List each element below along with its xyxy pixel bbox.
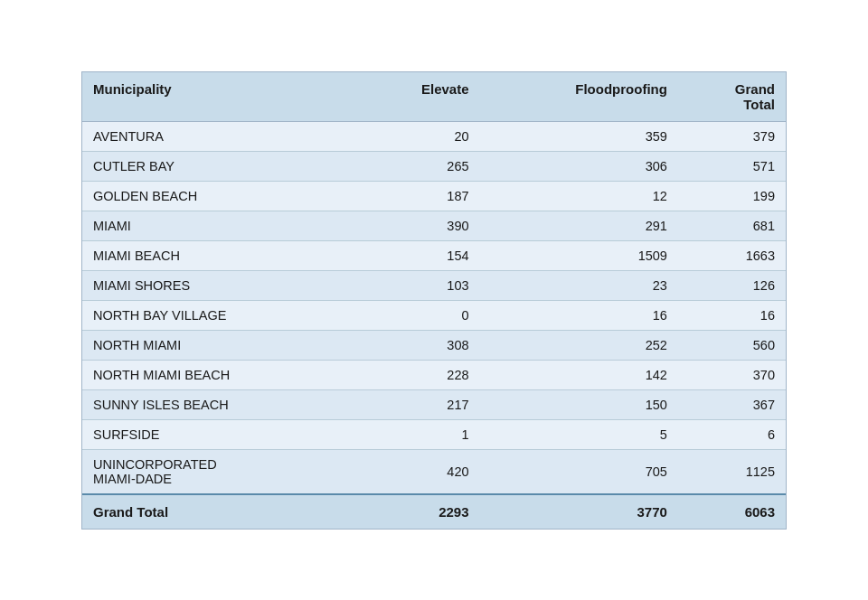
cell-grand-total: 16: [678, 300, 786, 330]
cell-floodproofing: 16: [480, 300, 678, 330]
municipality-table: Municipality Elevate Floodproofing Grand…: [82, 72, 786, 529]
cell-elevate: 0: [359, 300, 480, 330]
header-elevate: Elevate: [359, 72, 480, 122]
cell-municipality: SUNNY ISLES BEACH: [82, 389, 359, 419]
table-row: CUTLER BAY265306571: [82, 151, 786, 181]
cell-municipality: MIAMI: [82, 211, 359, 240]
footer-elevate: 2293: [359, 494, 480, 529]
cell-municipality: NORTH MIAMI BEACH: [82, 360, 359, 389]
footer-floodproofing: 3770: [480, 494, 678, 529]
cell-municipality: CUTLER BAY: [82, 151, 359, 181]
header-grand-total: Grand Total: [678, 72, 786, 122]
cell-elevate: 217: [359, 389, 480, 419]
cell-grand-total: 571: [678, 151, 786, 181]
cell-floodproofing: 142: [480, 360, 678, 389]
cell-grand-total: 560: [678, 330, 786, 360]
cell-elevate: 154: [359, 240, 480, 270]
table-row: UNINCORPORATED MIAMI-DADE4207051125: [82, 449, 786, 494]
cell-grand-total: 126: [678, 270, 786, 300]
cell-grand-total: 199: [678, 181, 786, 211]
table-row: MIAMI390291681: [82, 211, 786, 240]
cell-elevate: 228: [359, 360, 480, 389]
table-footer-row: Grand Total 2293 3770 6063: [82, 494, 786, 529]
cell-municipality: SURFSIDE: [82, 419, 359, 449]
cell-floodproofing: 1509: [480, 240, 678, 270]
cell-grand-total: 1663: [678, 240, 786, 270]
cell-floodproofing: 252: [480, 330, 678, 360]
table-header-row: Municipality Elevate Floodproofing Grand…: [82, 72, 786, 122]
cell-floodproofing: 150: [480, 389, 678, 419]
table-row: MIAMI BEACH15415091663: [82, 240, 786, 270]
table-row: NORTH MIAMI308252560: [82, 330, 786, 360]
cell-elevate: 420: [359, 449, 480, 494]
cell-grand-total: 367: [678, 389, 786, 419]
cell-elevate: 187: [359, 181, 480, 211]
footer-label: Grand Total: [82, 494, 359, 529]
cell-elevate: 103: [359, 270, 480, 300]
cell-municipality: UNINCORPORATED MIAMI-DADE: [82, 449, 359, 494]
cell-grand-total: 6: [678, 419, 786, 449]
cell-floodproofing: 291: [480, 211, 678, 240]
table-row: NORTH MIAMI BEACH228142370: [82, 360, 786, 389]
cell-grand-total: 1125: [678, 449, 786, 494]
header-floodproofing: Floodproofing: [480, 72, 678, 122]
cell-grand-total: 681: [678, 211, 786, 240]
cell-municipality: MIAMI BEACH: [82, 240, 359, 270]
table-row: SURFSIDE156: [82, 419, 786, 449]
table-row: GOLDEN BEACH18712199: [82, 181, 786, 211]
cell-elevate: 265: [359, 151, 480, 181]
table-row: NORTH BAY VILLAGE01616: [82, 300, 786, 330]
cell-elevate: 20: [359, 121, 480, 151]
cell-municipality: NORTH MIAMI: [82, 330, 359, 360]
table-row: SUNNY ISLES BEACH217150367: [82, 389, 786, 419]
cell-elevate: 390: [359, 211, 480, 240]
footer-grand-total: 6063: [678, 494, 786, 529]
cell-municipality: GOLDEN BEACH: [82, 181, 359, 211]
cell-municipality: AVENTURA: [82, 121, 359, 151]
cell-floodproofing: 705: [480, 449, 678, 494]
cell-grand-total: 379: [678, 121, 786, 151]
header-municipality: Municipality: [82, 72, 359, 122]
cell-elevate: 308: [359, 330, 480, 360]
main-table-container: Municipality Elevate Floodproofing Grand…: [81, 71, 787, 530]
cell-floodproofing: 23: [480, 270, 678, 300]
cell-floodproofing: 306: [480, 151, 678, 181]
cell-elevate: 1: [359, 419, 480, 449]
table-row: AVENTURA20359379: [82, 121, 786, 151]
cell-municipality: MIAMI SHORES: [82, 270, 359, 300]
cell-floodproofing: 359: [480, 121, 678, 151]
cell-floodproofing: 5: [480, 419, 678, 449]
cell-municipality: NORTH BAY VILLAGE: [82, 300, 359, 330]
table-row: MIAMI SHORES10323126: [82, 270, 786, 300]
cell-floodproofing: 12: [480, 181, 678, 211]
cell-grand-total: 370: [678, 360, 786, 389]
